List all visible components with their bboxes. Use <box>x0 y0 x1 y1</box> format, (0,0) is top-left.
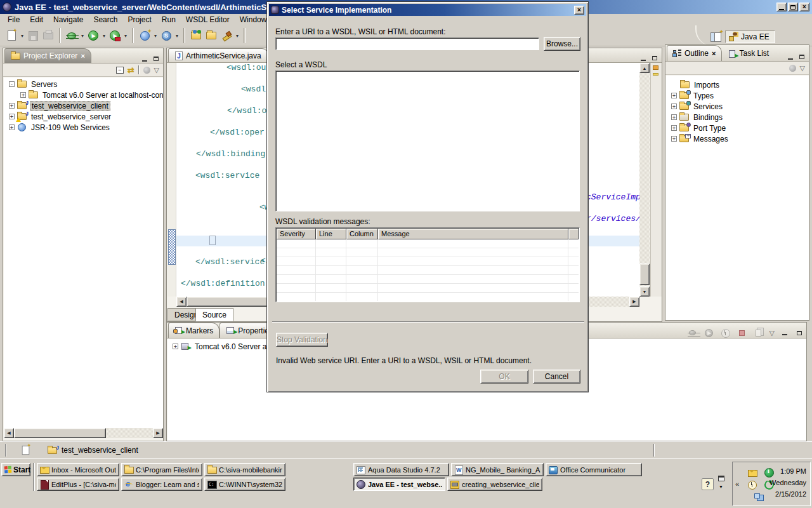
stop-validation-button[interactable]: Stop Validation <box>276 333 328 347</box>
column-header-message[interactable]: Message <box>378 229 568 239</box>
minimize-button[interactable] <box>776 3 787 11</box>
view-menu-icon[interactable]: ▽ <box>800 64 805 72</box>
tree-item-tomcat-config[interactable]: + Tomcat v6.0 Server at localhost-config <box>4 90 163 100</box>
menu-file[interactable]: File <box>3 15 25 25</box>
expand-expander-icon[interactable]: + <box>671 93 677 98</box>
tray-collapse-chevron[interactable]: « <box>735 480 739 488</box>
restore-button[interactable] <box>788 3 798 11</box>
taskbar-button-word-doc[interactable]: NG_Mobile_ Banking_Arc... <box>451 463 544 476</box>
tree-item-bindings[interactable]: + Bindings <box>666 112 809 123</box>
menu-wsdl-editor[interactable]: WSDL Editor <box>181 15 235 25</box>
save-button[interactable] <box>26 29 40 43</box>
minimize-view-button[interactable] <box>785 53 795 61</box>
menu-search[interactable]: Search <box>88 15 122 25</box>
minimize-view-button[interactable] <box>780 329 789 337</box>
column-header-column[interactable]: Column <box>346 229 378 239</box>
publish-server-icon[interactable] <box>754 328 764 338</box>
expand-expander-icon[interactable]: + <box>671 104 677 109</box>
start-button[interactable]: Start <box>1 463 30 476</box>
tray-network-icon[interactable] <box>754 492 763 500</box>
ok-button[interactable]: OK <box>480 370 528 384</box>
minimize-editor-button[interactable] <box>638 54 648 62</box>
overview-ruler[interactable] <box>650 63 662 297</box>
window-switcher-icon[interactable] <box>718 476 724 481</box>
taskbar-button-outlook[interactable]: Inbox - Microsoft Outlook <box>37 463 119 476</box>
new-dropdown-icon[interactable]: ▾ <box>19 33 25 39</box>
stop-server-icon[interactable] <box>737 328 747 338</box>
menu-run[interactable]: Run <box>157 15 181 25</box>
taskbar-button-cmd[interactable]: C:\WINNT\system32\cm... <box>204 478 285 491</box>
print-button[interactable] <box>41 29 55 43</box>
column-header-line[interactable]: Line <box>316 229 346 239</box>
uri-input[interactable] <box>275 37 539 50</box>
editor-left-ruler[interactable] <box>167 63 176 297</box>
menu-edit[interactable]: Edit <box>25 15 48 25</box>
scroll-up-button[interactable]: ▲ <box>639 63 650 73</box>
tree-item-jsr109-web-services[interactable]: + JSR-109 Web Services <box>4 122 163 133</box>
tree-item-services[interactable]: + Services <box>666 101 809 112</box>
tray-mail-icon[interactable] <box>748 469 757 477</box>
mark-occurrences-button[interactable] <box>219 29 233 43</box>
toolbar-chevron-icon[interactable]: ▼ <box>719 485 723 489</box>
view-menu-extra-icon[interactable] <box>143 67 150 74</box>
scrollbar-track[interactable] <box>639 73 650 286</box>
tab-arthimeticservice-java[interactable]: J ArthimeticService.java <box>168 48 268 62</box>
tree-item-port-type[interactable]: + Port Type <box>666 123 809 133</box>
taskbar-button-java-ee-active[interactable]: Java EE - test_webse... <box>353 478 445 491</box>
perspective-java-ee-button[interactable]: Java EE <box>725 30 775 43</box>
web-service-dropdown-icon[interactable]: ▾ <box>152 33 159 39</box>
tree-item-test-webservice-server[interactable]: + J test_webservice_server <box>4 111 163 122</box>
menu-project[interactable]: Project <box>122 15 156 25</box>
debug-server-icon[interactable] <box>688 328 698 338</box>
scroll-right-button[interactable]: ▶ <box>153 428 163 438</box>
browse-button[interactable]: Browse... <box>544 37 580 51</box>
view-menu-icon[interactable]: ▽ <box>769 329 775 337</box>
annotation-marker-icon[interactable] <box>653 73 658 76</box>
validation-table-body[interactable] <box>277 239 579 301</box>
close-view-icon[interactable]: × <box>81 52 84 60</box>
link-with-editor-icon[interactable]: ⇄ <box>128 65 134 75</box>
ws-explorer-dropdown-icon[interactable]: ▾ <box>174 33 180 39</box>
debug-dropdown-icon[interactable]: ▾ <box>79 33 86 39</box>
expand-expander-icon[interactable]: + <box>173 344 178 349</box>
tray-info-icon[interactable] <box>764 468 773 476</box>
collapse-expander-icon[interactable]: - <box>9 81 15 87</box>
taskbar-divider[interactable] <box>33 463 35 491</box>
tab-project-explorer[interactable]: Project Explorer × <box>4 48 91 63</box>
view-menu-extra-icon[interactable] <box>789 65 796 72</box>
tray-outlook-reminder-icon[interactable] <box>748 481 757 489</box>
tab-outline[interactable]: Outline × <box>667 45 722 61</box>
wsdl-list-box[interactable] <box>275 70 580 211</box>
taskbar-button-aqua-data-studio[interactable]: Aqua Data Studio 4.7.2 <box>353 463 449 476</box>
menu-navigate[interactable]: Navigate <box>48 15 88 25</box>
taskbar-button-program-files[interactable]: C:\Program Files\Interne... <box>121 463 202 476</box>
external-tools-dropdown-icon[interactable]: ▾ <box>122 33 129 39</box>
maximize-view-button[interactable] <box>797 53 806 61</box>
minimize-view-button[interactable] <box>140 55 149 63</box>
debug-button[interactable] <box>65 29 79 43</box>
scroll-left-button[interactable]: ◀ <box>176 297 187 307</box>
open-perspective-icon[interactable] <box>710 32 721 42</box>
tab-markers[interactable]: Markers <box>168 323 219 338</box>
view-menu-icon[interactable]: ▽ <box>154 66 159 74</box>
maximize-view-button[interactable] <box>151 55 160 63</box>
annotation-marker-icon[interactable] <box>653 65 658 70</box>
scrollbar-thumb[interactable] <box>639 264 650 285</box>
tree-item-test-webservice-client[interactable]: + J test_webservice_client <box>4 100 163 111</box>
tab-source[interactable]: Source <box>195 308 233 321</box>
tree-item-types[interactable]: + Types <box>666 90 809 101</box>
dialog-titlebar[interactable]: Select Service Implementation × <box>269 4 586 16</box>
expand-expander-icon[interactable]: + <box>9 103 15 109</box>
close-view-icon[interactable]: × <box>712 50 716 57</box>
profile-server-icon[interactable] <box>721 328 731 338</box>
start-server-icon[interactable] <box>704 328 714 338</box>
new-web-service-button[interactable] <box>138 29 152 43</box>
maximize-view-button[interactable] <box>794 329 804 337</box>
close-button[interactable]: × <box>799 3 809 11</box>
expand-expander-icon[interactable]: + <box>671 136 677 142</box>
taskbar-button-zip[interactable]: creating_webservice_clie... <box>447 478 542 491</box>
taskbar-button-siva-mobilebanking[interactable]: C:\siva-mobilebanking <box>204 463 285 476</box>
expand-expander-icon[interactable]: + <box>9 114 15 119</box>
tree-item-imports[interactable]: Imports <box>666 79 809 90</box>
run-button[interactable] <box>86 29 100 43</box>
